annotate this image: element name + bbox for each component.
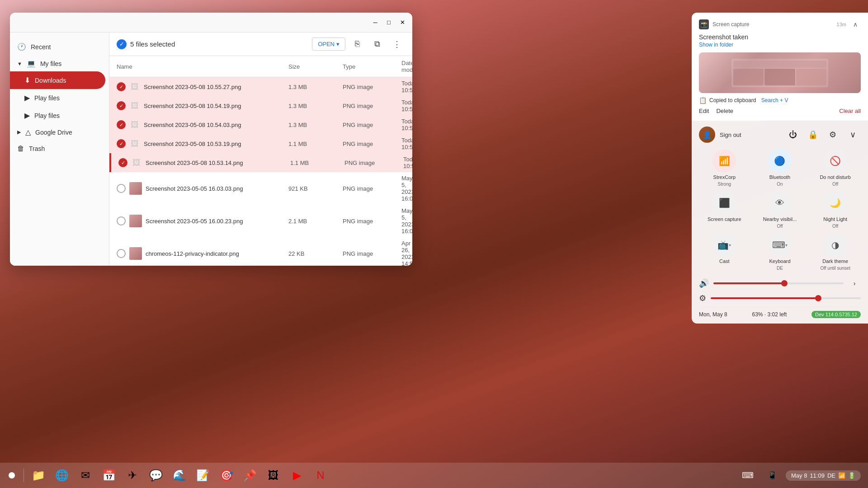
brightness-thumb[interactable] bbox=[815, 295, 821, 301]
toggle-label: Nearby visibil... bbox=[763, 216, 797, 222]
toggle-label: Night Light bbox=[823, 216, 847, 222]
sidebar-item-recent[interactable]: 🕐 Recent bbox=[10, 38, 105, 56]
col-type[interactable]: Type bbox=[343, 60, 401, 73]
table-row[interactable]: chromeos-112-privacy-indicator.png 22 KB… bbox=[109, 237, 412, 266]
col-size[interactable]: Size bbox=[288, 60, 343, 73]
volume-expand-button[interactable]: › bbox=[848, 277, 861, 290]
file-size: 921 KB bbox=[288, 185, 343, 192]
toggle-icon-btn[interactable]: 📺 ▾ bbox=[712, 233, 736, 257]
table-row[interactable]: ✓ 🖼 Screenshot 2023-05-08 10.54.19.png 1… bbox=[109, 96, 412, 115]
sidebar-item-trash[interactable]: 🗑 Trash bbox=[10, 140, 105, 157]
qs-toggle-keyboard[interactable]: ⌨ ▾ Keyboard DE bbox=[755, 233, 806, 271]
minimize-button[interactable]: ─ bbox=[369, 16, 382, 29]
open-button[interactable]: OPEN ▾ bbox=[312, 38, 345, 51]
toggle-icon-btn[interactable]: 👁 bbox=[768, 191, 792, 215]
user-avatar: 👤 bbox=[699, 127, 715, 143]
sidebar-item-downloads[interactable]: ⬇ Downloads bbox=[10, 71, 105, 89]
taskbar-app-browser[interactable]: 🌊 bbox=[169, 465, 190, 486]
taskbar-app-files[interactable]: 📁 bbox=[28, 465, 49, 486]
copy-button[interactable]: ⧉ bbox=[369, 36, 385, 52]
table-row[interactable]: ✓ 🖼 Screenshot 2023-05-08 10.53.19.png 1… bbox=[109, 134, 412, 153]
brightness-slider[interactable] bbox=[711, 297, 861, 299]
volume-fill bbox=[713, 282, 785, 284]
toggle-icon-btn[interactable]: ⌨ ▾ bbox=[768, 233, 792, 257]
qs-toggle-bluetooth[interactable]: 🔵 Bluetooth On bbox=[755, 149, 806, 187]
taskbar-app-gmail[interactable]: ✉ bbox=[75, 465, 96, 486]
taskbar-app-calendar[interactable]: 📅 bbox=[98, 465, 120, 486]
copied-label: Copied to clipboard Search + V bbox=[709, 97, 788, 103]
taskbar-app-netflix[interactable]: N bbox=[310, 465, 331, 486]
file-icon: 🖼 bbox=[131, 157, 142, 168]
table-row[interactable]: ✓ 🖼 Screenshot 2023-05-08 10.53.14.png 1… bbox=[109, 153, 412, 172]
recording-indicator[interactable] bbox=[4, 467, 20, 483]
qs-toggle-night-light[interactable]: 🌙 Night Light Off bbox=[810, 191, 861, 229]
qs-toggle-screen-capture[interactable]: ⬛ Screen capture bbox=[699, 191, 750, 229]
taskbar-app-whatsapp[interactable]: 💬 bbox=[145, 465, 167, 486]
table-row[interactable]: Screenshot 2023-05-05 16.00.23.png 2.1 M… bbox=[109, 205, 412, 237]
version-badge: Dev 114.0.5735.12 bbox=[811, 311, 861, 318]
system-status-button[interactable]: May 8 11:09 DE 📶 🔋 bbox=[786, 470, 861, 481]
expand-button[interactable]: ∨ bbox=[844, 127, 861, 143]
recording-dot bbox=[9, 472, 15, 479]
toggle-icon-btn[interactable]: ⬛ bbox=[712, 191, 736, 215]
more-button[interactable]: ⋮ bbox=[389, 36, 405, 52]
file-thumbnail bbox=[129, 247, 142, 260]
taskbar-app-notes[interactable]: 📝 bbox=[192, 465, 214, 486]
lock-button[interactable]: 🔒 bbox=[805, 127, 821, 143]
edit-button[interactable]: Edit bbox=[699, 108, 709, 114]
file-size: 1.1 MB bbox=[288, 141, 343, 147]
tablet-mode-icon[interactable]: 📱 bbox=[761, 465, 783, 486]
close-button[interactable]: ✕ bbox=[396, 16, 409, 29]
qs-toggle-do-not-disturb[interactable]: 🚫 Do not disturb Off bbox=[810, 149, 861, 187]
toggle-icon-btn[interactable]: 🔵 bbox=[768, 149, 792, 173]
settings-button[interactable]: ⚙ bbox=[825, 127, 841, 143]
taskbar-app-chrome[interactable]: 🌐 bbox=[51, 465, 73, 486]
sidebar-item-playfiles-2[interactable]: ▶ Play files bbox=[10, 107, 105, 124]
sidebar-item-gdrive[interactable]: ▶ △ Google Drive bbox=[10, 124, 109, 140]
delete-button[interactable]: Delete bbox=[716, 108, 733, 114]
file-type: PNG image bbox=[343, 122, 401, 128]
qs-toggle-cast[interactable]: 📺 ▾ Cast bbox=[699, 233, 750, 271]
table-row[interactable]: Screenshot 2023-05-05 16.03.03.png 921 K… bbox=[109, 172, 412, 205]
volume-slider[interactable] bbox=[713, 282, 844, 284]
file-type: PNG image bbox=[343, 141, 401, 147]
keyboard-icon[interactable]: ⌨ bbox=[737, 465, 759, 486]
notif-expand-button[interactable]: ∧ bbox=[850, 19, 861, 30]
sign-out-button[interactable]: Sign out bbox=[720, 131, 741, 138]
window-titlebar: ─ □ ✕ bbox=[10, 13, 412, 33]
toggle-icon-btn[interactable]: 📶 bbox=[712, 149, 736, 173]
toggle-icon: ⬛ bbox=[719, 197, 730, 208]
show-in-folder-link[interactable]: Show in folder bbox=[699, 42, 861, 48]
file-thumbnail bbox=[129, 182, 142, 195]
col-date[interactable]: Date modified ↓ bbox=[401, 60, 412, 73]
taskbar-app-youtube[interactable]: ▶ bbox=[286, 465, 308, 486]
sidebar-item-myfiles[interactable]: ▼ 💻 My files bbox=[10, 56, 109, 71]
col-name[interactable]: Name bbox=[117, 60, 288, 73]
qs-toggle-strexcorp[interactable]: 📶 StrexCorp Strong bbox=[699, 149, 750, 187]
taskbar-app-tasks2[interactable]: 📌 bbox=[239, 465, 261, 486]
file-name: Screenshot 2023-05-05 16.03.03.png bbox=[146, 185, 243, 192]
file-size: 1.3 MB bbox=[288, 103, 343, 109]
clear-all-button[interactable]: Clear all bbox=[839, 108, 861, 114]
sidebar-item-playfiles-1[interactable]: ▶ Play files bbox=[10, 89, 105, 107]
qs-toggle-nearby-visibil[interactable]: 👁 Nearby visibil... Off bbox=[755, 191, 806, 229]
volume-thumb[interactable] bbox=[781, 280, 788, 286]
toggle-icon-btn[interactable]: 🚫 bbox=[824, 149, 847, 173]
maximize-button[interactable]: □ bbox=[382, 16, 395, 29]
toggle-icon-btn[interactable]: ◑ bbox=[824, 233, 847, 257]
taskbar-app-gallery[interactable]: 🖼 bbox=[263, 465, 284, 486]
taskbar-app-tasks[interactable]: 🎯 bbox=[216, 465, 237, 486]
qs-toggle-dark-theme[interactable]: ◑ Dark theme Off until sunset bbox=[810, 233, 861, 271]
share-button[interactable]: ⎘ bbox=[349, 36, 365, 52]
battery-label: 63% · 3:02 left bbox=[752, 311, 787, 318]
file-name-cell: ✓ 🖼 Screenshot 2023-05-08 10.53.14.png bbox=[118, 157, 290, 168]
power-button[interactable]: ⏻ bbox=[785, 127, 801, 143]
trash-icon: 🗑 bbox=[17, 145, 24, 153]
toggle-icon-btn[interactable]: 🌙 bbox=[824, 191, 847, 215]
file-name-cell: ✓ 🖼 Screenshot 2023-05-08 10.53.19.png bbox=[117, 138, 288, 149]
table-row[interactable]: ✓ 🖼 Screenshot 2023-05-08 10.55.27.png 1… bbox=[109, 77, 412, 96]
table-row[interactable]: ✓ 🖼 Screenshot 2023-05-08 10.54.03.png 1… bbox=[109, 115, 412, 134]
taskbar-app-telegram[interactable]: ✈ bbox=[122, 465, 143, 486]
file-type: PNG image bbox=[343, 250, 401, 257]
toggle-sublabel: DE bbox=[777, 266, 783, 271]
